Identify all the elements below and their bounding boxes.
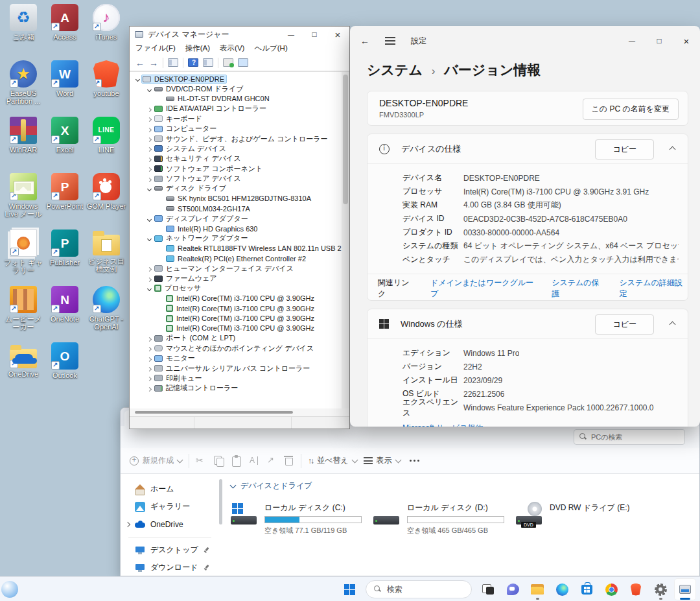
desktop-icon[interactable]: ★EaseUS Partition ... [3, 60, 43, 117]
expander-icon[interactable] [145, 286, 154, 290]
edge-button[interactable] [551, 578, 573, 600]
settings-titlebar[interactable]: ← 設定 [350, 26, 700, 56]
tree-item[interactable]: セキュリティ デバイス [130, 154, 342, 163]
remote-computer-icon[interactable] [238, 58, 248, 67]
expander-icon[interactable] [145, 126, 154, 132]
expander-icon[interactable] [145, 156, 154, 161]
related-link[interactable]: システムの保護 [552, 277, 605, 300]
tree-item[interactable]: SK hynix BC501 HFM128GDJTNG-8310A [130, 194, 342, 204]
menu-item[interactable]: 操作(A) [185, 43, 210, 53]
expander-icon[interactable] [145, 166, 154, 171]
forward-icon[interactable]: → [149, 58, 158, 67]
vertical-scrollbar[interactable] [342, 72, 349, 408]
expander-icon[interactable] [145, 366, 154, 371]
expander-icon[interactable] [145, 346, 154, 351]
tree-item[interactable]: ネットワーク アダプター [130, 233, 342, 243]
sort-button[interactable]: ↑↓ 並べ替え [308, 455, 357, 466]
desktop-icon[interactable]: NOneNote [45, 286, 85, 342]
desktop-icon[interactable]: PPublisher [45, 230, 85, 286]
maximize-button[interactable] [303, 27, 326, 42]
copy-button[interactable]: コピー [595, 314, 654, 335]
paste-icon[interactable] [231, 455, 242, 466]
tree-item[interactable]: DVD/CD-ROM ドライブ [130, 84, 342, 93]
tree-item[interactable]: Realtek(R) PCI(e) Ethernet Controller #2 [130, 253, 342, 263]
tree-item[interactable]: 印刷キュー [130, 373, 342, 383]
share-icon[interactable] [266, 455, 277, 466]
sidebar-scrollbar[interactable] [219, 479, 222, 524]
help-icon[interactable] [188, 58, 198, 67]
expander-icon[interactable] [145, 217, 154, 221]
tree-item[interactable]: ディスク ドライブ [130, 183, 342, 193]
expander-icon[interactable] [145, 106, 154, 112]
hamburger-menu-icon[interactable] [385, 37, 395, 45]
menu-item[interactable]: ヘルプ(H) [254, 43, 287, 53]
horizontal-scrollbar[interactable] [130, 408, 349, 416]
desktop-icon[interactable]: ムービーメーカー [3, 286, 43, 342]
desktop-icon[interactable]: WinRAR [3, 117, 43, 173]
start-button[interactable] [338, 578, 360, 600]
rename-pc-button[interactable]: この PC の名前を変更 [583, 99, 679, 120]
tree-item[interactable]: HL-DT-ST DVDRAM GHC0N [130, 94, 342, 104]
expander-icon[interactable] [145, 87, 154, 91]
tree-item[interactable]: キーボード [130, 114, 342, 124]
console-tree-icon[interactable] [168, 58, 178, 67]
expander-icon[interactable] [145, 266, 154, 271]
taskbar-search-box[interactable]: 検索 [366, 580, 472, 598]
desktop-icon[interactable]: LINELINE [86, 117, 126, 173]
menu-item[interactable]: ファイル(F) [135, 43, 176, 53]
desktop-icon[interactable]: GOM Player [86, 173, 126, 230]
properties-icon[interactable] [203, 58, 213, 67]
related-link[interactable]: ドメインまたはワークグループ [430, 277, 537, 300]
tree-item[interactable]: Realtek RTL8188FTV Wireless LAN 802.11n … [130, 244, 342, 253]
expander-icon[interactable] [145, 356, 154, 361]
brave-button[interactable] [625, 578, 647, 600]
scrollbar-thumb[interactable] [135, 411, 293, 414]
tree-item[interactable]: ユニバーサル シリアル バス コントローラー [130, 363, 342, 373]
tree-item[interactable]: ソフトウェア デバイス [130, 174, 342, 183]
desktop-icon[interactable]: フォト ギャラリー [3, 230, 43, 286]
copy-icon[interactable] [213, 455, 224, 466]
view-button[interactable]: 表示 [364, 455, 401, 466]
scan-hardware-icon[interactable] [223, 58, 233, 67]
sidebar-item[interactable]: ダウンロード [121, 559, 219, 576]
desktop-icon[interactable]: XExcel [45, 117, 85, 173]
windows-spec-header[interactable]: Windows の仕様 コピー [368, 309, 688, 339]
drive-item[interactable]: DVDDVD RW ドライブ (E:) [516, 502, 659, 536]
tree-item[interactable]: システム デバイス [130, 144, 342, 154]
rename-icon[interactable] [248, 455, 259, 466]
chrome-button[interactable] [600, 578, 622, 600]
chat-button[interactable] [502, 578, 524, 600]
desktop-icon[interactable]: PPowerPoint [45, 173, 85, 230]
desktop-icon[interactable]: WWord [45, 60, 85, 117]
delete-icon[interactable] [283, 455, 294, 466]
chevron-up-icon[interactable] [670, 322, 676, 328]
tree-item[interactable]: Intel(R) Core(TM) i3-7100 CPU @ 3.90GHz [130, 303, 342, 313]
tree-item[interactable]: マウスとそのほかのポインティング デバイス [130, 344, 342, 353]
new-button[interactable]: 新規作成 [130, 455, 182, 466]
tree-item[interactable]: モニター [130, 353, 342, 363]
desktop-icon[interactable]: ♪iTunes [86, 4, 126, 60]
tree-item[interactable]: コンピューター [130, 124, 342, 134]
expander-icon[interactable] [145, 136, 154, 141]
minimize-button[interactable] [279, 27, 303, 42]
devices-and-drives-header[interactable]: デバイスとドライブ [231, 480, 699, 491]
related-link[interactable]: システムの詳細設定 [620, 277, 688, 300]
sidebar-item[interactable]: デスクトップ [121, 541, 219, 559]
expander-icon[interactable] [133, 77, 142, 81]
tree-item[interactable]: 記憶域コントローラー [130, 383, 342, 393]
close-button[interactable] [673, 26, 700, 56]
desktop-icon[interactable]: Windows Live メール [3, 173, 43, 230]
sidebar-item[interactable]: OneDrive [121, 515, 219, 533]
expander-icon[interactable] [145, 236, 154, 241]
breadcrumb-system[interactable]: システム [367, 61, 423, 79]
tree-item[interactable]: IDE ATA/ATAPI コントローラー [130, 104, 342, 113]
device-manager-button[interactable] [674, 578, 696, 600]
desktop-icon[interactable]: OneDrive [3, 342, 43, 399]
scrollbar-thumb[interactable] [343, 75, 348, 204]
more-button[interactable] [410, 460, 421, 462]
sidebar-item[interactable]: ギャラリー [121, 498, 219, 515]
expander-icon[interactable] [145, 146, 154, 151]
tree-item[interactable]: ディスプレイ アダプター [130, 213, 342, 223]
menu-item[interactable]: 表示(V) [220, 43, 244, 53]
tree-item[interactable]: ファームウェア [130, 274, 342, 283]
